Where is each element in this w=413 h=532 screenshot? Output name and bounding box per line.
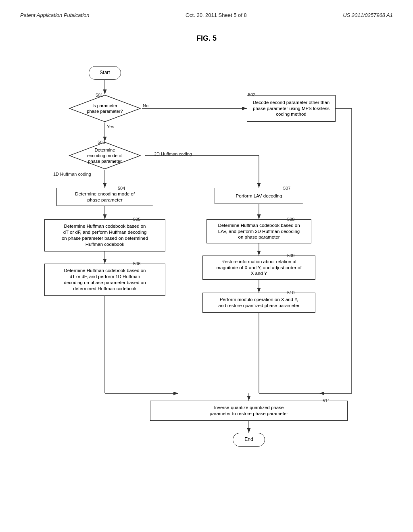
node-501: Is parameter phase parameter? xyxy=(69,94,141,123)
node-511: Inverse-quantize quantized phase paramet… xyxy=(150,401,348,421)
node-506: Determine Huffman codebook based on dT o… xyxy=(44,264,165,296)
node-509: Restore information about relation of ma… xyxy=(202,256,315,280)
node-502: Decode second parameter other than phase… xyxy=(247,95,336,122)
header-center: Oct. 20, 2011 Sheet 5 of 8 xyxy=(186,12,247,18)
label-no: No xyxy=(143,103,148,108)
page: Patent Application Publication Oct. 20, … xyxy=(0,0,413,532)
flowchart: Start Is parameter phase parameter? 501 … xyxy=(33,55,380,450)
end-node: End xyxy=(233,433,265,447)
ref-507: 507 xyxy=(283,186,290,191)
node-504: Determine encoding mode of phase paramet… xyxy=(56,188,153,206)
ref-509: 509 xyxy=(287,253,294,258)
label-2d-huffman: 2D Huffman coding xyxy=(154,152,192,156)
label-yes: Yes xyxy=(107,124,114,129)
node-510: Perform modulo operation on X and Y, and… xyxy=(202,293,315,313)
header-right: US 2011/0257968 A1 xyxy=(343,12,393,18)
ref-511: 511 xyxy=(323,398,330,403)
ref-505: 505 xyxy=(133,217,140,222)
start-node: Start xyxy=(89,66,121,80)
label-1d-huffman: 1D Huffman coding xyxy=(53,172,91,177)
figure-title: FIG. 5 xyxy=(20,34,393,43)
ref-510: 510 xyxy=(287,290,294,295)
node-503: Determine encoding mode of phase paramet… xyxy=(69,141,141,170)
header: Patent Application Publication Oct. 20, … xyxy=(20,12,393,18)
ref-503: 503 xyxy=(98,140,105,145)
node-508: Determine Huffman codebook based on LAV,… xyxy=(206,219,311,243)
node-505: Determine Huffman codebook based on dT o… xyxy=(44,219,165,251)
ref-501: 501 xyxy=(96,93,103,98)
ref-506: 506 xyxy=(133,261,140,266)
ref-502: 502 xyxy=(248,92,255,97)
ref-504: 504 xyxy=(118,186,125,191)
header-left: Patent Application Publication xyxy=(20,12,90,18)
ref-508: 508 xyxy=(287,217,294,222)
